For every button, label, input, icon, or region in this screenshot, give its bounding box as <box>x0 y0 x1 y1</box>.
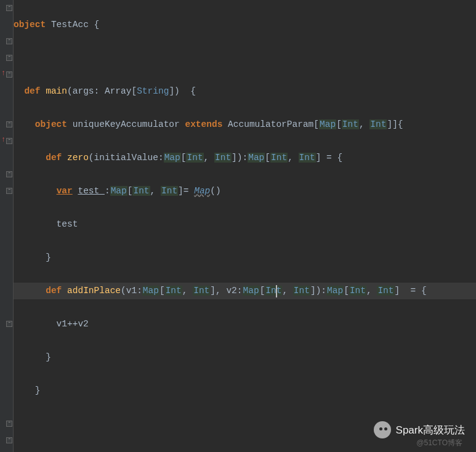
fold-toggle[interactable] <box>6 188 12 194</box>
watermark: Spark高级玩法 <box>374 421 465 438</box>
fold-toggle[interactable] <box>6 38 12 44</box>
fold-toggle[interactable] <box>6 5 12 11</box>
fold-toggle[interactable] <box>6 321 12 327</box>
code-line[interactable]: var test :Map[Int, Int]= Map() <box>14 183 476 200</box>
fold-toggle[interactable] <box>6 55 12 61</box>
fold-toggle[interactable] <box>6 437 12 443</box>
fold-toggle[interactable] <box>6 421 12 427</box>
code-line[interactable] <box>14 50 476 67</box>
code-line[interactable]: } <box>14 382 476 399</box>
gutter: ↑ ↑ <box>0 0 14 452</box>
code-editor[interactable]: ↑ ↑ object TestAcc { def main(args: Arra… <box>0 0 476 452</box>
watermark-text: Spark高级玩法 <box>396 423 465 437</box>
fold-toggle[interactable] <box>6 71 12 78</box>
override-marker-icon: ↑ <box>1 69 6 78</box>
code-line[interactable]: def addInPlace(v1:Map[Int, Int], v2:Map[… <box>14 283 476 299</box>
code-line[interactable]: v1++v2 <box>14 316 476 333</box>
code-area[interactable]: object TestAcc { def main(args: Array[St… <box>14 0 476 452</box>
fold-toggle[interactable] <box>6 121 12 127</box>
code-line[interactable]: test <box>14 216 476 233</box>
code-line[interactable]: def main(args: Array[String]) { <box>14 83 476 100</box>
fold-toggle[interactable] <box>6 171 12 177</box>
code-line[interactable]: val sparkConf = new SparkConf().setAppNa… <box>14 449 476 452</box>
code-line[interactable]: def zero(initialValue:Map[Int, Int]):Map… <box>14 150 476 166</box>
code-line[interactable]: } <box>14 349 476 366</box>
watermark-subtitle: @51CTO博客 <box>416 438 462 448</box>
code-line[interactable]: object TestAcc { <box>14 17 476 33</box>
code-line[interactable]: object uniqueKeyAccumulator extends Accu… <box>14 116 476 133</box>
code-line[interactable]: } <box>14 249 476 266</box>
fold-toggle[interactable] <box>6 138 12 144</box>
text-caret <box>276 285 277 297</box>
override-marker-icon: ↑ <box>1 135 6 144</box>
wechat-icon <box>374 421 391 438</box>
